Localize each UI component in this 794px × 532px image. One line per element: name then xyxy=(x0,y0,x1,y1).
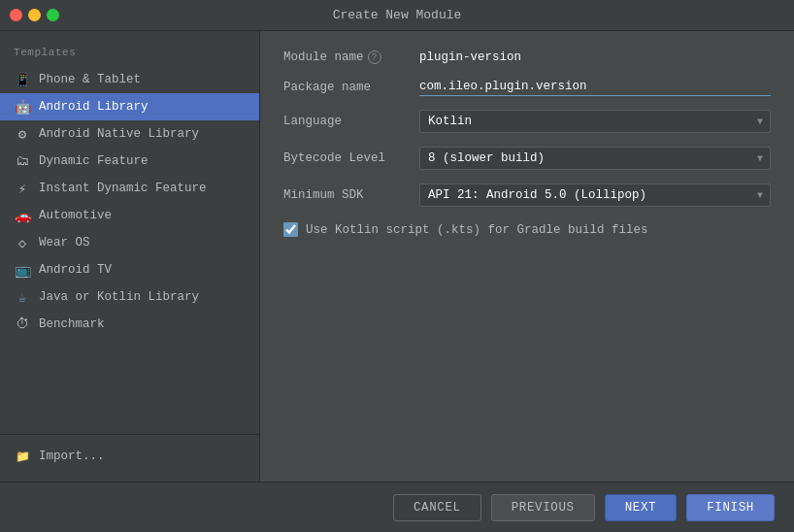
sidebar-section-label: Templates xyxy=(0,43,259,66)
checkbox-row: Use Kotlin script (.kts) for Gradle buil… xyxy=(283,222,771,237)
wear-os-icon: ◇ xyxy=(14,234,31,251)
sidebar-import-section: Import... xyxy=(0,434,259,470)
sidebar-item-android-tv[interactable]: 📺Android TV xyxy=(0,256,259,283)
sidebar-item-phone-tablet[interactable]: 📱Phone & Tablet xyxy=(0,66,259,93)
sidebar-item-label-benchmark: Benchmark xyxy=(39,317,105,331)
sidebar-item-label-android-native-library: Android Native Library xyxy=(39,127,199,141)
select-minimum-sdk[interactable]: API 21: Android 5.0 (Lollipop)API 23: An… xyxy=(419,183,771,207)
module-name-help-icon[interactable]: ? xyxy=(368,50,381,64)
label-package-name: Package name xyxy=(283,81,419,94)
benchmark-icon: ⏱ xyxy=(14,316,31,333)
sidebar-item-label-java-kotlin-library: Java or Kotlin Library xyxy=(39,290,199,304)
sidebar-item-java-kotlin-library[interactable]: ☕Java or Kotlin Library xyxy=(0,283,259,311)
sidebar-item-label-android-library: Android Library xyxy=(39,100,149,114)
sidebar-item-label-wear-os: Wear OS xyxy=(39,236,90,249)
import-label: Import... xyxy=(39,449,105,463)
sidebar-item-label-instant-dynamic-feature: Instant Dynamic Feature xyxy=(39,182,207,195)
sidebar-item-label-android-tv: Android TV xyxy=(39,263,112,277)
android-native-library-icon: ⚙ xyxy=(14,125,31,143)
sidebar-item-import[interactable]: Import... xyxy=(0,443,259,470)
android-library-icon: 🤖 xyxy=(14,98,31,116)
instant-dynamic-feature-icon: ⚡ xyxy=(14,180,31,197)
main-content: Templates 📱Phone & Tablet🤖Android Librar… xyxy=(0,31,794,482)
automotive-icon: 🚗 xyxy=(14,207,31,224)
import-icon xyxy=(14,448,31,465)
label-minimum-sdk: Minimum SDK xyxy=(283,188,419,202)
sidebar-item-dynamic-feature[interactable]: 🗂Dynamic Feature xyxy=(0,148,259,175)
minimize-button[interactable] xyxy=(28,9,41,21)
finish-button[interactable]: FINISH xyxy=(686,494,775,521)
window-title: Create New Module xyxy=(333,8,462,22)
input-package-name[interactable] xyxy=(419,78,771,96)
previous-button[interactable]: PREVIOUS xyxy=(491,494,595,521)
label-language: Language xyxy=(283,115,419,128)
window-controls xyxy=(10,9,59,21)
sidebar: Templates 📱Phone & Tablet🤖Android Librar… xyxy=(0,31,260,482)
close-button[interactable] xyxy=(10,9,22,21)
select-bytecode-level[interactable]: 8 (slower build)7 xyxy=(419,147,771,170)
sidebar-item-android-native-library[interactable]: ⚙Android Native Library xyxy=(0,120,259,148)
label-bytecode-level: Bytecode Level xyxy=(283,151,419,165)
use-kotlin-script-label: Use Kotlin script (.kts) for Gradle buil… xyxy=(306,223,648,237)
cancel-button[interactable]: CANCEL xyxy=(393,494,481,521)
footer: CANCEL PREVIOUS NEXT FINISH xyxy=(0,482,794,532)
next-button[interactable]: NEXT xyxy=(605,494,678,521)
form: Module name?plugin-versionPackage nameLa… xyxy=(283,50,771,207)
value-package-name[interactable] xyxy=(419,78,771,96)
java-kotlin-library-icon: ☕ xyxy=(14,288,31,306)
label-module-name: Module name? xyxy=(283,50,419,64)
select-language[interactable]: KotlinJava xyxy=(419,110,771,133)
value-language[interactable]: KotlinJava▼ xyxy=(419,110,771,133)
sidebar-item-label-dynamic-feature: Dynamic Feature xyxy=(39,154,149,168)
right-panel: Module name?plugin-versionPackage nameLa… xyxy=(260,31,794,482)
title-bar: Create New Module xyxy=(0,0,794,31)
sidebar-item-label-phone-tablet: Phone & Tablet xyxy=(39,73,141,86)
value-bytecode-level[interactable]: 8 (slower build)7▼ xyxy=(419,147,771,170)
sidebar-item-wear-os[interactable]: ◇Wear OS xyxy=(0,229,259,256)
use-kotlin-script-checkbox[interactable] xyxy=(283,222,298,237)
dynamic-feature-icon: 🗂 xyxy=(14,152,31,170)
sidebar-item-benchmark[interactable]: ⏱Benchmark xyxy=(0,311,259,338)
sidebar-item-android-library[interactable]: 🤖Android Library xyxy=(0,93,259,120)
sidebar-item-label-automotive: Automotive xyxy=(39,209,112,222)
sidebar-item-instant-dynamic-feature[interactable]: ⚡Instant Dynamic Feature xyxy=(0,175,259,202)
value-minimum-sdk[interactable]: API 21: Android 5.0 (Lollipop)API 23: An… xyxy=(419,183,771,207)
sidebar-items: 📱Phone & Tablet🤖Android Library⚙Android … xyxy=(0,66,259,338)
maximize-button[interactable] xyxy=(47,9,59,21)
android-tv-icon: 📺 xyxy=(14,261,31,279)
value-module-name: plugin-version xyxy=(419,50,771,64)
phone-tablet-icon: 📱 xyxy=(14,71,31,88)
sidebar-item-automotive[interactable]: 🚗Automotive xyxy=(0,202,259,229)
